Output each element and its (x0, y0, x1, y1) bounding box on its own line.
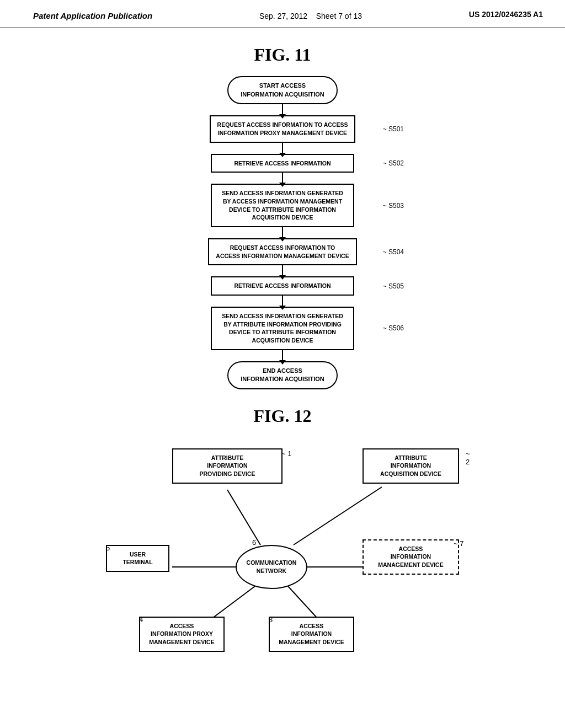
step-s504-label: ~ S504 (383, 248, 404, 256)
node-user-terminal: USERTERMINAL (106, 545, 169, 572)
patent-number: US 2012/0246235 A1 (469, 10, 543, 19)
arrow-6 (282, 350, 283, 361)
step-s505-box: RETRIEVE ACCESS INFORMATION (211, 276, 354, 296)
node-attr-acquisition: ATTRIBUTEINFORMATIONACQUISITION DEVICE (363, 448, 459, 484)
arrow-3 (282, 227, 283, 238)
node-access-mgmt2-num: 3 (269, 615, 273, 624)
fig11-title: FIG. 11 (33, 45, 532, 65)
fig11-flowchart: START ACCESSINFORMATION ACQUISITION REQU… (145, 76, 420, 389)
node-attr-acquisition-num: ~ 2 (466, 449, 476, 466)
node-comm-network-num: 6 (252, 538, 256, 547)
node-attr-providing: ATTRIBUTEINFORMATIONPROVIDING DEVICE (172, 448, 282, 484)
step-s501-label: ~ S501 (383, 125, 404, 133)
header-center: Sep. 27, 2012 Sheet 7 of 13 (259, 10, 362, 22)
node-access-info-mgmt-num: ~ 7 (454, 539, 463, 548)
main-content: FIG. 11 START ACCESSINFORMATION ACQUISIT… (0, 28, 565, 679)
step-s502-wrapper: RETRIEVE ACCESS INFORMATION ~ S502 (145, 154, 420, 173)
node-access-info-mgmt: ACCESSINFORMATIONMANAGEMENT DEVICE (363, 539, 459, 575)
step-s502-box: RETRIEVE ACCESS INFORMATION (211, 154, 354, 173)
node-access-proxy-num: 4 (139, 615, 143, 624)
node-access-mgmt2: ACCESSINFORMATIONMANAGEMENT DEVICE (269, 617, 354, 652)
flow-start: START ACCESSINFORMATION ACQUISITION (227, 76, 338, 104)
arrow-4 (282, 265, 283, 276)
arrow-0 (282, 104, 283, 115)
step-s503-wrapper: SEND ACCESS INFORMATION GENERATEDBY ACCE… (145, 184, 420, 227)
step-s501-wrapper: REQUEST ACCESS INFORMATION TO ACCESSINFO… (145, 115, 420, 142)
step-s504-box: REQUEST ACCESS INFORMATION TOACCESS INFO… (208, 238, 356, 265)
step-s506-box: SEND ACCESS INFORMATION GENERATEDBY ATTR… (211, 307, 354, 350)
arrow-1 (282, 143, 283, 154)
step-s505-label: ~ S505 (383, 282, 404, 290)
publication-title: Patent Application Publication (33, 10, 152, 22)
step-s501-box: REQUEST ACCESS INFORMATION TO ACCESSINFO… (210, 115, 356, 142)
node-attr-providing-num: ~ 1 (281, 449, 291, 458)
sheet-info: Sheet 7 of 13 (316, 12, 362, 20)
fig12-diagram: ATTRIBUTEINFORMATIONPROVIDING DEVICE ~ 1… (89, 437, 476, 669)
svg-line-0 (227, 490, 260, 545)
page-header: Patent Application Publication Sep. 27, … (0, 0, 565, 28)
step-s503-label: ~ S503 (383, 202, 404, 210)
step-s503-box: SEND ACCESS INFORMATION GENERATEDBY ACCE… (211, 184, 354, 227)
svg-line-1 (294, 487, 382, 545)
svg-line-3 (211, 586, 255, 619)
step-s506-label: ~ S506 (383, 324, 404, 332)
node-user-terminal-num: 5 (106, 544, 110, 552)
flow-end: END ACCESSINFORMATION ACQUISITION (227, 361, 338, 389)
fig12-title: FIG. 12 (33, 406, 532, 426)
step-s506-wrapper: SEND ACCESS INFORMATION GENERATEDBY ATTR… (145, 307, 420, 350)
step-s502-label: ~ S502 (383, 159, 404, 167)
node-comm-network: COMMUNICATIONNETWORK (236, 545, 307, 589)
fig12-section: FIG. 12 ATTRIBUTEINFORMATI (33, 406, 532, 669)
step-s505-wrapper: RETRIEVE ACCESS INFORMATION ~ S505 (145, 276, 420, 296)
step-s504-wrapper: REQUEST ACCESS INFORMATION TOACCESS INFO… (145, 238, 420, 265)
node-access-proxy: ACCESSINFORMATION PROXYMANAGEMENT DEVICE (139, 617, 225, 652)
publication-date: Sep. 27, 2012 (259, 12, 307, 20)
svg-line-4 (288, 586, 318, 619)
arrow-2 (282, 173, 283, 184)
arrow-5 (282, 296, 283, 307)
